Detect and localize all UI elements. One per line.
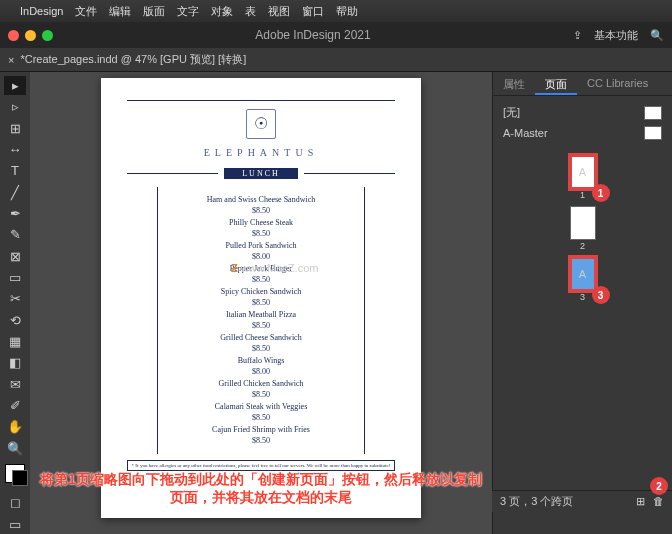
menu-help[interactable]: 帮助 <box>336 4 358 19</box>
menu-file[interactable]: 文件 <box>75 4 97 19</box>
menu-item: Pulled Pork Sandwich <box>158 241 364 250</box>
pages-panel-footer: 3 页，3 个跨页 ⊞ 🗑 2 <box>492 490 672 512</box>
gap-tool[interactable]: ↔ <box>4 140 26 159</box>
menu-item: Ham and Swiss Cheese Sandwich <box>158 195 364 204</box>
hand-tool[interactable]: ✋ <box>4 417 26 436</box>
document-tabbar: × *Create_pages.indd @ 47% [GPU 预览] [转换] <box>0 48 672 72</box>
eyedropper-tool[interactable]: ✐ <box>4 396 26 415</box>
menu-price: $8.50 <box>158 229 364 238</box>
menu-price: $8.00 <box>158 367 364 376</box>
annotation-badge-2: 2 <box>650 477 668 495</box>
logo-icon: ☉ <box>127 109 395 139</box>
menu-view[interactable]: 视图 <box>268 4 290 19</box>
note-tool[interactable]: ✉ <box>4 375 26 394</box>
master-a[interactable]: A-Master <box>499 123 666 143</box>
page-thumb-2[interactable]: 2 <box>570 206 596 251</box>
annotation-badge-1: 1 <box>592 184 610 202</box>
app-titlebar: Adobe InDesign 2021 ⇪ 基本功能 🔍 <box>0 22 672 48</box>
menu-item: Cajun Fried Shrimp with Fries <box>158 425 364 434</box>
annotation-badge-3: 3 <box>592 286 610 304</box>
menu-price: $8.50 <box>158 298 364 307</box>
maximize-icon[interactable] <box>42 30 53 41</box>
menu-text[interactable]: 文字 <box>177 4 199 19</box>
menu-price: $8.50 <box>158 321 364 330</box>
rectangle-frame-tool[interactable]: ⊠ <box>4 247 26 266</box>
page-thumb-3[interactable]: A 3 3 <box>570 257 596 302</box>
direct-selection-tool[interactable]: ▹ <box>4 97 26 116</box>
menu-list: Ham and Swiss Cheese Sandwich$8.50Philly… <box>157 187 365 454</box>
document-canvas[interactable]: ☉ ELEPHANTUS LUNCH Ham and Swiss Cheese … <box>30 72 492 534</box>
line-tool[interactable]: ╱ <box>4 183 26 202</box>
app-name[interactable]: InDesign <box>20 5 63 17</box>
page-tool[interactable]: ⊞ <box>4 119 26 138</box>
menu-item: Grilled Chicken Sandwich <box>158 379 364 388</box>
new-page-button[interactable]: ⊞ <box>636 495 645 508</box>
pages-status: 3 页，3 个跨页 <box>500 494 573 509</box>
master-none[interactable]: [无] <box>499 102 666 123</box>
section-label: LUNCH <box>224 168 298 179</box>
menu-price: $8.50 <box>158 206 364 215</box>
scissors-tool[interactable]: ✂ <box>4 289 26 308</box>
zoom-tool[interactable]: 🔍 <box>4 439 26 458</box>
tab-cc-libraries[interactable]: CC Libraries <box>577 72 658 95</box>
minimize-icon[interactable] <box>25 30 36 41</box>
menu-item: Spicy Chicken Sandwich <box>158 287 364 296</box>
menu-layout[interactable]: 版面 <box>143 4 165 19</box>
tools-panel: ▸ ▹ ⊞ ↔ T ╱ ✒ ✎ ⊠ ▭ ✂ ⟲ ▦ ◧ ✉ ✐ ✋ 🔍 ◻ ▭ <box>0 72 30 534</box>
delete-page-button[interactable]: 🗑 <box>653 495 664 508</box>
color-mode-toggle[interactable]: ◻ <box>4 493 26 512</box>
window-controls <box>8 30 53 41</box>
tab-close-icon[interactable]: × <box>8 54 14 66</box>
document-tab[interactable]: *Create_pages.indd @ 47% [GPU 预览] [转换] <box>20 52 246 67</box>
menu-price: $8.50 <box>158 413 364 422</box>
screen-mode-toggle[interactable]: ▭ <box>4 515 26 534</box>
window-title: Adobe InDesign 2021 <box>255 28 370 42</box>
gradient-swatch-tool[interactable]: ▦ <box>4 332 26 351</box>
pen-tool[interactable]: ✒ <box>4 204 26 223</box>
page-thumb-1[interactable]: A 1 1 <box>570 155 596 200</box>
menu-price: $8.50 <box>158 390 364 399</box>
pencil-tool[interactable]: ✎ <box>4 225 26 244</box>
selection-tool[interactable]: ▸ <box>4 76 26 95</box>
menu-price: $8.50 <box>158 436 364 445</box>
free-transform-tool[interactable]: ⟲ <box>4 311 26 330</box>
instruction-overlay: 将第1页缩略图向下拖动到此处的「创建新页面」按钮，然后释放以复制页面，并将其放在… <box>40 470 482 506</box>
menu-item: Buffalo Wings <box>158 356 364 365</box>
tab-properties[interactable]: 属性 <box>493 72 535 95</box>
menu-price: $8.50 <box>158 344 364 353</box>
menu-object[interactable]: 对象 <box>211 4 233 19</box>
tab-pages[interactable]: 页面 <box>535 72 577 95</box>
fill-stroke-swatch[interactable] <box>5 464 25 483</box>
menu-edit[interactable]: 编辑 <box>109 4 131 19</box>
brand-title: ELEPHANTUS <box>127 147 395 158</box>
close-icon[interactable] <box>8 30 19 41</box>
menu-item: Philly Cheese Steak <box>158 218 364 227</box>
page-content: ☉ ELEPHANTUS LUNCH Ham and Swiss Cheese … <box>101 78 421 518</box>
search-icon[interactable]: 🔍 <box>650 29 664 42</box>
menu-item: Pepper Jack Burger <box>158 264 364 273</box>
menu-item: Italian Meatball Pizza <box>158 310 364 319</box>
share-icon[interactable]: ⇪ <box>573 29 582 42</box>
menu-item: Calamari Steak with Veggies <box>158 402 364 411</box>
menu-table[interactable]: 表 <box>245 4 256 19</box>
menu-price: $8.00 <box>158 252 364 261</box>
menu-price: $8.50 <box>158 275 364 284</box>
workspace-switcher[interactable]: 基本功能 <box>594 28 638 43</box>
rectangle-tool[interactable]: ▭ <box>4 268 26 287</box>
pages-panel: 属性 页面 CC Libraries [无] A-Master A 1 1 2 … <box>492 72 672 534</box>
gradient-feather-tool[interactable]: ◧ <box>4 353 26 372</box>
menu-window[interactable]: 窗口 <box>302 4 324 19</box>
menu-item: Grilled Cheese Sandwich <box>158 333 364 342</box>
type-tool[interactable]: T <box>4 161 26 180</box>
macos-menubar: InDesign 文件 编辑 版面 文字 对象 表 视图 窗口 帮助 <box>0 0 672 22</box>
